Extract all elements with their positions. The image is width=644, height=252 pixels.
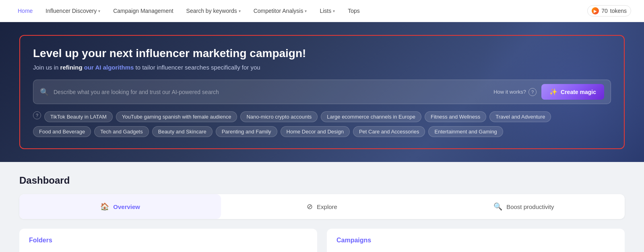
tab-explore-label: Explore — [317, 203, 337, 210]
search-icon: 🔍 — [493, 202, 502, 211]
subtitle-plain2: to tailor influencer searches specifical… — [134, 64, 260, 71]
chip-tech-gadgets[interactable]: Tech and Gadgets — [94, 126, 149, 137]
token-icon: ▶ — [592, 7, 599, 14]
subtitle-colored: our AI algorithms — [83, 64, 134, 71]
chip-fitness-wellness[interactable]: Fitness and Wellness — [425, 111, 486, 122]
nav-item-campaign-management[interactable]: Campaign Management — [108, 5, 178, 16]
chip-parenting-family[interactable]: Parenting and Family — [216, 126, 277, 137]
dashboard-tabs: 🏠 Overview ⊘ Explore 🔍 Boost productivit… — [19, 194, 625, 219]
tab-overview-label: Overview — [113, 203, 140, 210]
search-input[interactable]: Describe what you are looking for and tr… — [54, 89, 489, 95]
create-magic-label: Create magic — [561, 89, 596, 95]
nav-item-search-by-keywords[interactable]: Search by keywords ▾ — [182, 5, 246, 16]
help-icon: ? — [528, 88, 537, 96]
nav-item-home[interactable]: Home — [13, 5, 37, 16]
chips-row-1: ? TikTok Beauty in LATAM YouTube gaming … — [33, 111, 611, 122]
nav-label-influencer-discovery: Influencer Discovery — [45, 8, 97, 14]
nav-item-influencer-discovery[interactable]: Influencer Discovery ▾ — [41, 5, 105, 16]
hero-box: Level up your next influencer marketing … — [19, 35, 625, 149]
chip-tiktok-beauty[interactable]: TikTok Beauty in LATAM — [44, 111, 113, 122]
search-bar[interactable]: 🔍 Describe what you are looking for and … — [33, 80, 611, 104]
chips-help-icon: ? — [33, 111, 41, 119]
chip-beauty-skincare[interactable]: Beauty and Skincare — [152, 126, 213, 137]
navbar: Home Influencer Discovery ▾ Campaign Man… — [0, 0, 644, 22]
chip-large-ecommerce[interactable]: Large ecommerce channels in Europe — [321, 111, 421, 122]
tab-overview[interactable]: 🏠 Overview — [19, 194, 221, 219]
dashboard-section: Dashboard 🏠 Overview ⊘ Explore 🔍 Boost p… — [0, 162, 644, 252]
chevron-down-icon: ▾ — [305, 9, 307, 13]
nav-item-competitor-analysis[interactable]: Competitor Analysis ▾ — [249, 5, 312, 16]
token-label: tokens — [610, 8, 627, 14]
nav-label-competitor-analysis: Competitor Analysis — [254, 8, 303, 14]
chip-pet-care[interactable]: Pet Care and Accessories — [353, 126, 425, 137]
token-count: 70 — [601, 8, 608, 14]
chip-food-beverage[interactable]: Food and Beverage — [33, 126, 91, 137]
nav-label-search-by-keywords: Search by keywords — [186, 8, 237, 14]
chip-entertainment-gaming[interactable]: Entertainment and Gaming — [428, 126, 503, 137]
nav-label-lists: Lists — [320, 8, 331, 14]
sections-row: Folders Campaigns — [19, 229, 625, 252]
hero-subtitle: Join us in refining our AI algorithms to… — [33, 64, 611, 71]
compass-icon: ⊘ — [307, 202, 313, 211]
search-icon: 🔍 — [40, 88, 49, 96]
subtitle-plain1: Join us in — [33, 64, 60, 71]
tab-boost-productivity[interactable]: 🔍 Boost productivity — [423, 194, 625, 219]
chevron-down-icon: ▾ — [333, 9, 335, 13]
folders-section: Folders — [19, 229, 317, 252]
magic-wand-icon: ✨ — [549, 88, 557, 96]
nav-label-campaign-management: Campaign Management — [113, 8, 173, 14]
chip-travel-adventure[interactable]: Travel and Adventure — [489, 111, 551, 122]
tab-boost-productivity-label: Boost productivity — [506, 203, 554, 210]
tokens-badge: ▶ 70 tokens — [587, 5, 631, 16]
subtitle-bold1: refining — [60, 64, 83, 71]
chip-nano-micro[interactable]: Nano-micro crypto accounts — [240, 111, 318, 122]
chips-row-2: Food and Beverage Tech and Gadgets Beaut… — [33, 126, 611, 137]
chevron-down-icon: ▾ — [98, 9, 100, 13]
hero-section: Level up your next influencer marketing … — [0, 22, 644, 162]
how-it-works-button[interactable]: How it works? ? — [493, 88, 537, 96]
folders-title: Folders — [29, 237, 308, 244]
campaigns-section: Campaigns — [327, 229, 625, 252]
nav-label-tops: Tops — [348, 8, 360, 14]
nav-item-lists[interactable]: Lists ▾ — [315, 5, 340, 16]
chip-home-decor[interactable]: Home Decor and Design — [281, 126, 350, 137]
tab-explore[interactable]: ⊘ Explore — [221, 194, 423, 219]
chevron-down-icon: ▾ — [239, 9, 241, 13]
how-it-works-label: How it works? — [493, 89, 526, 95]
campaigns-title: Campaigns — [336, 237, 615, 244]
chip-youtube-gaming[interactable]: YouTube gaming spanish with female audie… — [116, 111, 237, 122]
create-magic-button[interactable]: ✨ Create magic — [541, 84, 604, 100]
nav-label-home: Home — [18, 8, 33, 14]
nav-item-tops[interactable]: Tops — [343, 5, 365, 16]
home-icon: 🏠 — [100, 202, 109, 211]
hero-title: Level up your next influencer marketing … — [33, 47, 611, 60]
dashboard-title: Dashboard — [19, 175, 625, 186]
